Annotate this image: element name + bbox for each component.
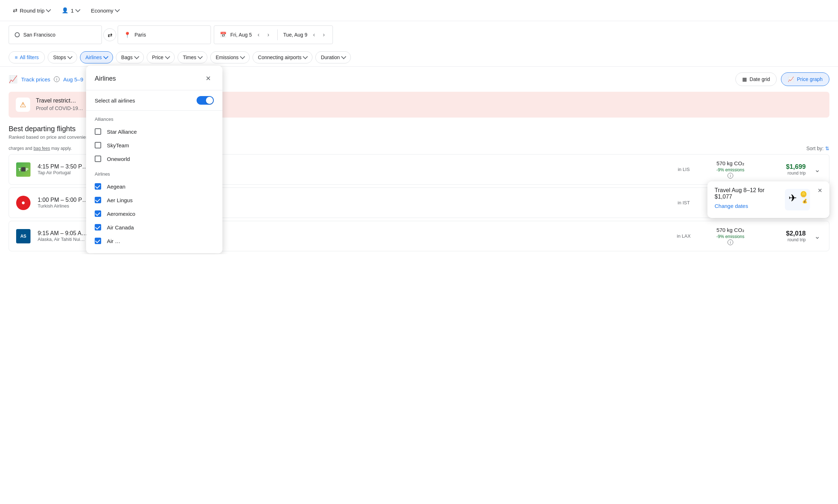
flight-emissions-1: 570 kg CO₂ -9% emissions i [705,160,755,179]
class-chevron-icon [115,7,120,12]
oneworld-checkbox[interactable] [95,156,101,162]
origin-value: San Francisco [23,32,55,38]
class-label: Economy [91,8,114,14]
emissions-info-icon-3[interactable]: i [728,239,733,245]
duration-filter-button[interactable]: Duration [315,51,351,63]
notice-subtitle: Proof of COVID-19… [36,105,83,111]
skyteam-label: SkyTeam [107,142,129,148]
expand-button-3[interactable]: ⌄ [813,230,822,242]
emissions-info-icon-1[interactable]: i [728,173,733,179]
connecting-airports-label: Connecting airports [258,54,301,60]
passengers-button[interactable]: 👤 1 [57,4,84,16]
times-label: Times [183,54,197,60]
bags-label: Bags [121,54,133,60]
end-date-next-button[interactable]: › [321,30,327,39]
price-label: Price [152,54,164,60]
airline-aegean-item[interactable]: Aegean [86,180,222,193]
info-text: i [56,77,57,81]
stop-airport-1: in LIS [669,167,698,172]
emissions-filter-button[interactable]: Emissions [210,51,250,63]
start-date-next-button[interactable]: › [265,30,271,39]
expand-button-1[interactable]: ⌄ [813,164,822,175]
alliance-star-item[interactable]: Star Alliance [86,125,222,138]
airlines-filter-button[interactable]: Airlines [80,51,113,63]
air-last-checkbox[interactable] [95,238,101,244]
location-pin-icon: 📍 [124,32,131,38]
tooltip-close-button[interactable]: ✕ [818,187,822,194]
aeromexico-checkbox[interactable] [95,210,101,217]
stop-airport-3: in LAX [669,233,698,239]
passengers-label: 1 [71,8,74,14]
dropdown-close-button[interactable]: ✕ [202,73,214,84]
skyteam-checkbox[interactable] [95,142,101,148]
stops-filter-button[interactable]: Stops [48,51,77,63]
svg-text:✈: ✈ [788,192,797,204]
origin-circle-icon [15,32,20,37]
change-dates-link[interactable]: Change dates [715,203,748,209]
alliance-skyteam-item[interactable]: SkyTeam [86,138,222,152]
end-date-prev-button[interactable]: ‹ [311,30,317,39]
trip-type-chevron-icon [46,7,51,12]
calendar-icon: 📅 [220,32,227,38]
close-icon: ✕ [818,187,822,194]
stops-label: Stops [53,54,66,60]
alliance-oneworld-item[interactable]: Oneworld [86,152,222,166]
bag-fees-link[interactable]: bag fees [33,146,50,151]
toggle-thumb [206,97,213,104]
price-graph-button[interactable]: 📈 Price graph [781,72,829,86]
trip-type-button[interactable]: ⇄ Round trip [9,4,55,16]
aircanada-checkbox[interactable] [95,224,101,230]
close-icon: ✕ [206,75,211,82]
bags-filter-button[interactable]: Bags [116,51,144,63]
start-date-prev-button[interactable]: ‹ [255,30,262,39]
start-date-field[interactable]: 📅 Fri, Aug 5 ‹ › [214,26,277,44]
price-graph-label: Price graph [797,76,823,82]
swap-button[interactable]: ⇄ [103,28,116,41]
select-all-toggle-row: Select all airlines [86,90,222,111]
airplane-illustration-icon: ✈ 🪙 💰 [785,189,810,210]
airlines-chevron-icon [103,54,108,59]
filter-lines-icon: ≡ [15,54,18,60]
svg-text:💰: 💰 [802,198,808,204]
all-filters-button[interactable]: ≡ All filters [9,51,45,63]
airlines-label: Airlines [85,54,102,60]
end-date-field[interactable]: Tue, Aug 9 ‹ › [278,26,333,44]
airline-air-last-item[interactable]: Air … [86,234,222,248]
search-row: San Francisco ⇄ 📍 Paris 📅 Fri, Aug 5 ‹ ›… [0,21,838,48]
aerlingus-label: Aer Lingus [107,197,133,203]
sort-options[interactable]: ⇅ [825,146,829,151]
tooltip-title: Travel Aug 8–12 for $1,077 [715,187,777,200]
airline-aircanada-item[interactable]: Air Canada [86,220,222,234]
price-filter-button[interactable]: Price [147,51,175,63]
price-label-3: round trip [763,237,806,242]
aircanada-label: Air Canada [107,224,134,230]
emissions-label-1: -9% emissions [705,167,755,172]
date-grid-button[interactable]: ▦ Date grid [735,72,777,86]
track-right: ▦ Date grid 📈 Price graph [735,72,829,86]
aerlingus-checkbox[interactable] [95,197,101,203]
track-info-icon[interactable]: i [54,76,60,82]
airline-aerlingus-item[interactable]: Aer Lingus [86,193,222,207]
select-all-toggle[interactable] [197,96,214,105]
origin-field[interactable]: San Francisco [9,25,102,44]
price-graph-icon: 📈 [788,76,794,82]
destination-value: Paris [135,32,146,38]
destination-field[interactable]: 📍 Paris [118,25,211,44]
alliances-section-header: Alliances [86,111,222,125]
filter-bar: ≡ All filters Stops Airlines Bags Price … [0,48,838,67]
aegean-checkbox[interactable] [95,183,101,190]
notice-title: Travel restrict… [36,98,83,104]
airline-aeromexico-item[interactable]: Aeromexico [86,207,222,220]
star-alliance-checkbox[interactable] [95,128,101,135]
emissions-label-3: -9% emissions [705,234,755,239]
stops-chevron-icon [67,54,72,59]
track-prices-label[interactable]: Track prices [21,76,50,82]
aeromexico-label: Aeromexico [107,211,135,217]
airlines-dropdown: Airlines ✕ Select all airlines Alliances… [86,66,222,253]
class-button[interactable]: Economy [87,5,124,16]
trip-type-label: Round trip [20,8,44,14]
connecting-airports-filter-button[interactable]: Connecting airports [253,51,312,63]
track-dates-label: Aug 5–9 [63,76,83,82]
top-bar: ⇄ Round trip 👤 1 Economy [0,0,838,21]
times-filter-button[interactable]: Times [178,51,208,63]
